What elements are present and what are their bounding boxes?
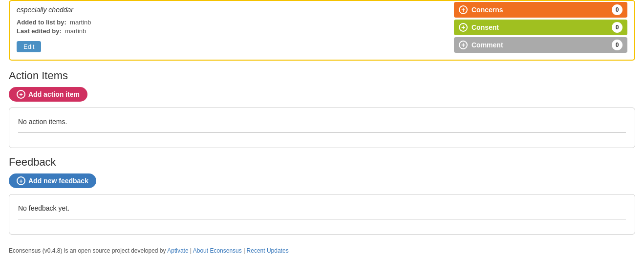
added-by-row: Added to list by: martinb [17, 19, 444, 26]
add-action-item-button[interactable]: + Add action item [9, 87, 87, 102]
action-items-section: Action Items + Add action item No action… [9, 69, 635, 148]
action-items-title: Action Items [9, 69, 635, 82]
footer-link-updates[interactable]: Recent Updates [247, 247, 289, 254]
last-edited-value: martinb [65, 27, 86, 35]
consent-label: Consent [472, 23, 608, 31]
add-feedback-button[interactable]: + Add new feedback [9, 173, 96, 188]
concerns-plus-icon: + [459, 5, 468, 14]
sidebar-bars: + Concerns 0 + Consent 0 + Comment 0 [454, 2, 627, 53]
footer: Econsensus (v0.4.8) is an open source pr… [0, 242, 644, 259]
consent-bar[interactable]: + Consent 0 [454, 20, 627, 35]
concerns-bar[interactable]: + Concerns 0 [454, 2, 627, 18]
consent-plus-icon: + [459, 23, 468, 32]
item-text: especially cheddar [17, 6, 444, 14]
comment-bar[interactable]: + Comment 0 [454, 37, 627, 53]
action-items-empty-text: No action items. [18, 118, 626, 126]
left-section: especially cheddar Added to list by: mar… [17, 6, 444, 52]
footer-link-about[interactable]: About Econsensus [193, 247, 242, 254]
feedback-divider [18, 219, 626, 219]
add-feedback-plus-icon: + [17, 176, 25, 185]
add-action-item-label: Add action item [28, 90, 80, 98]
action-items-empty-box: No action items. [9, 108, 635, 148]
add-action-item-plus-icon: + [17, 90, 25, 99]
last-edited-row: Last edited by: martinb [17, 27, 444, 35]
feedback-empty-text: No feedback yet. [18, 204, 626, 212]
concerns-label: Concerns [472, 6, 608, 14]
concerns-count: 0 [612, 4, 623, 15]
add-feedback-label: Add new feedback [28, 177, 88, 185]
comment-plus-icon: + [459, 41, 468, 49]
edit-button[interactable]: Edit [17, 41, 41, 52]
added-by-label: Added to list by: [17, 19, 66, 26]
action-items-divider [18, 132, 626, 133]
feedback-empty-box: No feedback yet. [9, 194, 635, 235]
added-by-value: martinb [70, 19, 91, 26]
footer-link-aptivate[interactable]: Aptivate [167, 247, 188, 254]
comment-count: 0 [612, 40, 623, 50]
top-card: especially cheddar Added to list by: mar… [9, 0, 635, 61]
last-edited-label: Last edited by: [17, 27, 62, 35]
consent-count: 0 [612, 22, 623, 33]
feedback-title: Feedback [9, 156, 635, 169]
feedback-section: Feedback + Add new feedback No feedback … [9, 156, 635, 235]
footer-text: Econsensus (v0.4.8) is an open source pr… [9, 247, 167, 254]
comment-label: Comment [472, 41, 608, 49]
